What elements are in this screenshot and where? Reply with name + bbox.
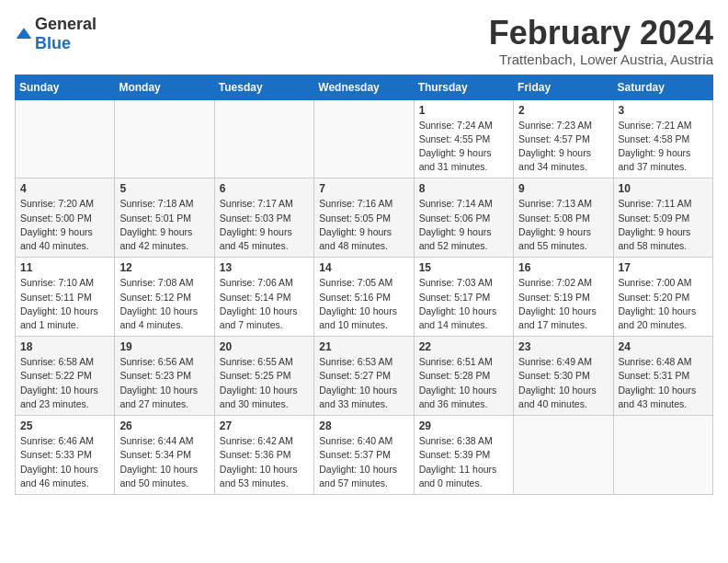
calendar-cell: 18Sunrise: 6:58 AM Sunset: 5:22 PM Dayli… <box>16 337 115 416</box>
calendar-cell <box>613 416 712 495</box>
calendar-cell: 8Sunrise: 7:14 AM Sunset: 5:06 PM Daylig… <box>414 178 513 258</box>
day-number: 2 <box>518 104 608 117</box>
calendar-cell: 11Sunrise: 7:10 AM Sunset: 5:11 PM Dayli… <box>16 258 115 337</box>
calendar-cell: 19Sunrise: 6:56 AM Sunset: 5:23 PM Dayli… <box>115 337 214 416</box>
day-info: Sunrise: 7:20 AM Sunset: 5:00 PM Dayligh… <box>20 197 109 253</box>
calendar-cell: 22Sunrise: 6:51 AM Sunset: 5:28 PM Dayli… <box>414 337 513 416</box>
day-number: 14 <box>319 261 408 274</box>
day-info: Sunrise: 6:40 AM Sunset: 5:37 PM Dayligh… <box>319 434 408 490</box>
weekday-header: Monday <box>115 75 214 99</box>
day-info: Sunrise: 6:42 AM Sunset: 5:36 PM Dayligh… <box>220 434 309 490</box>
calendar-cell <box>314 99 414 178</box>
day-number: 23 <box>518 340 608 353</box>
calendar-cell: 9Sunrise: 7:13 AM Sunset: 5:08 PM Daylig… <box>514 178 613 258</box>
day-info: Sunrise: 6:44 AM Sunset: 5:34 PM Dayligh… <box>119 434 209 490</box>
calendar-cell: 16Sunrise: 7:02 AM Sunset: 5:19 PM Dayli… <box>514 258 613 337</box>
day-info: Sunrise: 6:51 AM Sunset: 5:28 PM Dayligh… <box>419 355 508 411</box>
day-info: Sunrise: 6:55 AM Sunset: 5:25 PM Dayligh… <box>220 355 309 411</box>
day-number: 1 <box>419 104 508 117</box>
calendar-cell: 3Sunrise: 7:21 AM Sunset: 4:58 PM Daylig… <box>613 99 712 178</box>
day-number: 22 <box>419 340 508 353</box>
calendar-cell <box>115 99 214 178</box>
day-info: Sunrise: 6:53 AM Sunset: 5:27 PM Dayligh… <box>319 355 408 411</box>
logo-wordmark: General Blue <box>35 15 97 53</box>
day-number: 26 <box>119 419 209 432</box>
weekday-header: Wednesday <box>314 75 414 99</box>
day-number: 24 <box>619 340 708 353</box>
calendar-cell: 2Sunrise: 7:23 AM Sunset: 4:57 PM Daylig… <box>514 99 613 178</box>
day-number: 20 <box>220 340 309 353</box>
day-number: 4 <box>20 182 109 195</box>
day-info: Sunrise: 7:03 AM Sunset: 5:17 PM Dayligh… <box>419 276 508 332</box>
weekday-header: Saturday <box>613 75 712 99</box>
calendar-cell: 23Sunrise: 6:49 AM Sunset: 5:30 PM Dayli… <box>514 337 613 416</box>
day-number: 28 <box>319 419 408 432</box>
day-number: 3 <box>619 104 708 117</box>
calendar-cell: 7Sunrise: 7:16 AM Sunset: 5:05 PM Daylig… <box>314 178 414 258</box>
day-info: Sunrise: 7:02 AM Sunset: 5:19 PM Dayligh… <box>518 276 608 332</box>
calendar-cell: 15Sunrise: 7:03 AM Sunset: 5:17 PM Dayli… <box>414 258 513 337</box>
day-number: 21 <box>319 340 408 353</box>
logo-icon <box>15 25 33 43</box>
day-number: 18 <box>20 340 109 353</box>
day-info: Sunrise: 7:13 AM Sunset: 5:08 PM Dayligh… <box>518 197 608 253</box>
day-info: Sunrise: 7:23 AM Sunset: 4:57 PM Dayligh… <box>518 119 608 175</box>
day-info: Sunrise: 7:06 AM Sunset: 5:14 PM Dayligh… <box>220 276 309 332</box>
day-info: Sunrise: 7:14 AM Sunset: 5:06 PM Dayligh… <box>419 197 508 253</box>
day-number: 9 <box>518 182 608 195</box>
day-number: 11 <box>20 261 109 274</box>
calendar-header: SundayMondayTuesdayWednesdayThursdayFrid… <box>16 75 713 99</box>
logo-general: General <box>35 15 97 33</box>
day-info: Sunrise: 6:48 AM Sunset: 5:31 PM Dayligh… <box>619 355 708 411</box>
day-number: 27 <box>220 419 309 432</box>
weekday-header: Friday <box>514 75 613 99</box>
calendar-cell: 29Sunrise: 6:38 AM Sunset: 5:39 PM Dayli… <box>414 416 513 495</box>
svg-marker-0 <box>17 28 32 39</box>
calendar-cell: 21Sunrise: 6:53 AM Sunset: 5:27 PM Dayli… <box>314 337 414 416</box>
month-title: February 2024 <box>489 15 713 52</box>
calendar-cell: 10Sunrise: 7:11 AM Sunset: 5:09 PM Dayli… <box>613 178 712 258</box>
calendar-cell: 1Sunrise: 7:24 AM Sunset: 4:55 PM Daylig… <box>414 99 513 178</box>
day-number: 13 <box>220 261 309 274</box>
title-block: February 2024 Trattenbach, Lower Austria… <box>489 15 713 67</box>
logo: General Blue <box>15 15 97 53</box>
day-number: 19 <box>119 340 209 353</box>
weekday-header: Thursday <box>414 75 513 99</box>
day-info: Sunrise: 7:17 AM Sunset: 5:03 PM Dayligh… <box>220 197 309 253</box>
logo-blue: Blue <box>35 34 71 52</box>
calendar-cell: 12Sunrise: 7:08 AM Sunset: 5:12 PM Dayli… <box>115 258 214 337</box>
day-info: Sunrise: 6:38 AM Sunset: 5:39 PM Dayligh… <box>419 434 508 490</box>
weekday-header: Tuesday <box>214 75 313 99</box>
day-number: 6 <box>220 182 309 195</box>
calendar-cell: 20Sunrise: 6:55 AM Sunset: 5:25 PM Dayli… <box>214 337 313 416</box>
day-number: 5 <box>119 182 209 195</box>
calendar-cell: 27Sunrise: 6:42 AM Sunset: 5:36 PM Dayli… <box>214 416 313 495</box>
calendar-cell: 24Sunrise: 6:48 AM Sunset: 5:31 PM Dayli… <box>613 337 712 416</box>
day-info: Sunrise: 6:56 AM Sunset: 5:23 PM Dayligh… <box>119 355 209 411</box>
day-number: 16 <box>518 261 608 274</box>
day-info: Sunrise: 7:11 AM Sunset: 5:09 PM Dayligh… <box>619 197 708 253</box>
calendar-cell: 4Sunrise: 7:20 AM Sunset: 5:00 PM Daylig… <box>16 178 115 258</box>
calendar-cell: 5Sunrise: 7:18 AM Sunset: 5:01 PM Daylig… <box>115 178 214 258</box>
day-number: 17 <box>619 261 708 274</box>
calendar-cell: 26Sunrise: 6:44 AM Sunset: 5:34 PM Dayli… <box>115 416 214 495</box>
day-number: 10 <box>619 182 708 195</box>
day-info: Sunrise: 6:46 AM Sunset: 5:33 PM Dayligh… <box>20 434 109 490</box>
day-info: Sunrise: 7:00 AM Sunset: 5:20 PM Dayligh… <box>619 276 708 332</box>
day-number: 8 <box>419 182 508 195</box>
day-info: Sunrise: 7:18 AM Sunset: 5:01 PM Dayligh… <box>119 197 209 253</box>
day-info: Sunrise: 7:21 AM Sunset: 4:58 PM Dayligh… <box>619 119 708 175</box>
location-title: Trattenbach, Lower Austria, Austria <box>489 52 713 67</box>
calendar-cell: 6Sunrise: 7:17 AM Sunset: 5:03 PM Daylig… <box>214 178 313 258</box>
day-number: 25 <box>20 419 109 432</box>
day-info: Sunrise: 6:49 AM Sunset: 5:30 PM Dayligh… <box>518 355 608 411</box>
day-info: Sunrise: 6:58 AM Sunset: 5:22 PM Dayligh… <box>20 355 109 411</box>
day-number: 15 <box>419 261 508 274</box>
day-number: 29 <box>419 419 508 432</box>
calendar-cell: 13Sunrise: 7:06 AM Sunset: 5:14 PM Dayli… <box>214 258 313 337</box>
day-info: Sunrise: 7:10 AM Sunset: 5:11 PM Dayligh… <box>20 276 109 332</box>
calendar-cell <box>514 416 613 495</box>
weekday-header: Sunday <box>16 75 115 99</box>
day-info: Sunrise: 7:08 AM Sunset: 5:12 PM Dayligh… <box>119 276 209 332</box>
calendar-cell: 25Sunrise: 6:46 AM Sunset: 5:33 PM Dayli… <box>16 416 115 495</box>
